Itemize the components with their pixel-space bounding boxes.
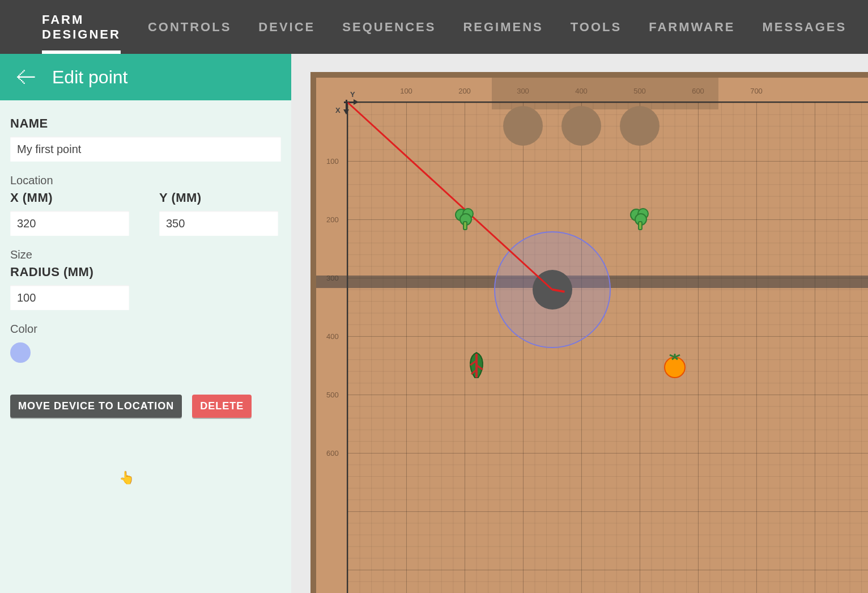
nav-controls[interactable]: CONTROLS: [134, 0, 245, 54]
plant-broccoli[interactable]: [451, 206, 478, 233]
nav-device[interactable]: DEVICE: [245, 0, 329, 54]
map-viewport[interactable]: Y X 100200300400500600700100200300400500…: [291, 54, 868, 593]
axis-x-arrow-icon: [343, 109, 349, 115]
radius-label: RADIUS (MM): [10, 265, 281, 279]
ruler-x-tick: 600: [326, 449, 339, 458]
plant-tomato[interactable]: [661, 351, 689, 380]
ruler-y-tick: 400: [575, 87, 588, 95]
delete-button[interactable]: DELETE: [192, 395, 252, 418]
side-panel: 🡠 Edit point NAME Location X (MM) . Y (M…: [0, 54, 291, 593]
location-label: Location: [10, 174, 132, 187]
plant-chard[interactable]: [463, 350, 490, 381]
tool-slot[interactable]: [561, 106, 601, 146]
svg-rect-5: [463, 222, 467, 230]
ruler-x-tick: 400: [326, 332, 339, 341]
ruler-y-tick: 500: [633, 87, 646, 95]
top-nav: FARM DESIGNER CONTROLS DEVICE SEQUENCES …: [0, 0, 868, 54]
ruler-x-tick: 100: [326, 157, 339, 166]
svg-rect-9: [639, 222, 642, 230]
axis-x-label: X: [335, 106, 341, 115]
point-marker[interactable]: [533, 270, 572, 310]
tool-slot[interactable]: [503, 106, 543, 146]
y-input[interactable]: [159, 211, 278, 236]
nav-tools[interactable]: TOOLS: [557, 0, 635, 54]
panel-header: 🡠 Edit point: [0, 54, 291, 100]
back-arrow-icon[interactable]: 🡠: [16, 65, 36, 89]
nav-sequences[interactable]: SEQUENCES: [329, 0, 449, 54]
ruler-x-tick: 200: [326, 215, 339, 224]
axis-y-arrow-icon: [354, 99, 359, 105]
ruler-y-tick: 200: [458, 87, 471, 95]
x-label: X (MM): [10, 190, 132, 205]
svg-point-10: [665, 357, 685, 378]
ruler-y-tick: 300: [517, 87, 529, 95]
tool-slot[interactable]: [620, 106, 659, 146]
axis-y-label: Y: [350, 90, 355, 99]
name-label: NAME: [10, 116, 281, 131]
color-swatch[interactable]: [10, 342, 31, 363]
ruler-y-tick: 700: [750, 87, 763, 95]
size-label: Size: [10, 248, 281, 261]
color-label: Color: [10, 323, 281, 336]
map-grid: [347, 101, 868, 593]
ruler-y-tick: 600: [692, 87, 704, 95]
radius-input[interactable]: [10, 285, 129, 310]
ruler-x-tick: 500: [326, 391, 339, 399]
nav-farmware[interactable]: FARMWARE: [635, 0, 748, 54]
ruler-y-tick: 100: [400, 87, 412, 95]
x-input[interactable]: [10, 211, 129, 236]
nav-regimens[interactable]: REGIMENS: [449, 0, 556, 54]
panel-title: Edit point: [52, 67, 127, 88]
y-label: Y (MM): [159, 190, 281, 205]
move-device-button[interactable]: MOVE DEVICE TO LOCATION: [10, 395, 182, 418]
name-input[interactable]: [10, 137, 281, 162]
plant-broccoli[interactable]: [626, 206, 653, 233]
nav-messages[interactable]: MESSAGES: [749, 0, 861, 54]
nav-farm-designer[interactable]: FARM DESIGNER: [28, 0, 134, 54]
